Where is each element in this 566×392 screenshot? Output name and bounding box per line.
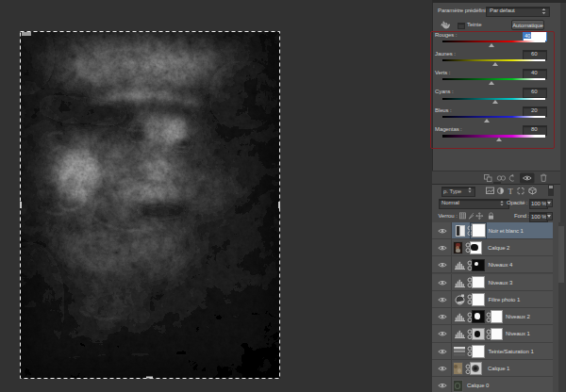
svg-text:T: T: [508, 187, 514, 195]
